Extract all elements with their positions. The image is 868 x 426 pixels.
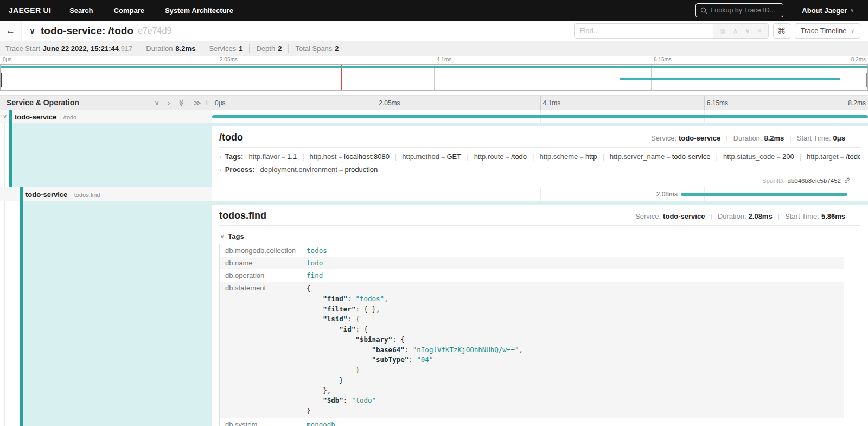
tick-label: 6.15ms (704, 99, 728, 107)
span-row-todos-find: todo-service todos.find 2.08ms (0, 187, 868, 201)
span-bar-todo[interactable] (212, 115, 868, 118)
nav-link-search[interactable]: Search (69, 7, 93, 15)
trace-duration: Duration 8.2ms (139, 44, 195, 53)
trace-lookup-input[interactable] (711, 7, 778, 14)
copy-link-icon[interactable] (844, 177, 851, 184)
header-controls: ◎ ∧ ∨ × ⌘ Trace Timeline ∨ (574, 23, 860, 39)
span-duration-label: 2.08ms (656, 190, 678, 198)
total-spans-value: 2 (335, 44, 339, 53)
span-service-name: todo-service (15, 113, 56, 121)
span-label-todo[interactable]: ∨ todo-service /todo (0, 110, 212, 123)
trace-start: Trace Start June 22 2022, 15:21:44.917 (5, 44, 132, 53)
tag-key: db.name (220, 257, 302, 269)
spanid-label: SpanID: (762, 177, 785, 184)
jaeger-logo[interactable]: JAEGER UI (9, 6, 51, 15)
duration-label: Duration (146, 44, 173, 53)
find-input[interactable] (575, 24, 713, 38)
next-match-icon[interactable]: ∨ (745, 27, 750, 35)
span-detail-meta: Service: todo-service | Duration: 2.08ms… (635, 212, 845, 220)
minimap-gridline (434, 65, 435, 90)
nav-links: SearchCompareSystem Architecture (69, 7, 233, 15)
duration-label: Duration: (733, 134, 762, 142)
process-overview-row[interactable]: › Process: deployment.environment=produc… (219, 166, 860, 174)
minimap-span-bar (620, 78, 840, 80)
trace-lookup-box[interactable] (695, 3, 783, 17)
depth-value: 2 (278, 44, 282, 53)
tick-label: 4.1ms (540, 99, 561, 107)
nav-link-system-architecture[interactable]: System Architecture (165, 7, 233, 15)
spanid-footer: SpanID: db046b8efc5b7452 (762, 177, 851, 184)
minimap-right-drag-handle[interactable] (866, 73, 867, 87)
tags-overview-list: http.flavor=1.1|http.host=localhost:8080… (248, 152, 860, 161)
tick-label: 4.1ms (434, 56, 451, 62)
tag-row[interactable]: db.operationfind (220, 269, 844, 282)
service-color-stripe (9, 110, 12, 123)
tag-row[interactable]: db.mongodb.collectiontodos (220, 244, 844, 257)
start-time-label: Start Time: (797, 134, 831, 142)
expand-one-icon[interactable]: › (168, 99, 170, 106)
tag-row[interactable]: db.nametodo (220, 257, 844, 269)
chevron-down-icon: ∨ (851, 28, 854, 34)
tags-label: Tags: (225, 152, 244, 161)
collapse-one-icon[interactable]: ∨ (154, 99, 159, 106)
keyboard-shortcuts-button[interactable]: ⌘ (773, 23, 790, 39)
duration-label: Duration: (718, 212, 746, 220)
tag-item: http.scheme=http (539, 152, 597, 161)
process-label: Process: (225, 166, 255, 174)
services-value: 1 (239, 44, 242, 53)
back-button[interactable]: ← (0, 21, 22, 41)
tag-row[interactable]: db.statement{ "find": "todos", "filter":… (220, 282, 844, 418)
collapse-all-icon[interactable]: ≫ (178, 99, 186, 106)
duration-value: 8.2ms (176, 44, 196, 53)
span-operation-name: todos.find (74, 192, 100, 198)
trace-start-value: June 22 2022, 15:21:44 (43, 44, 119, 53)
trace-view-dropdown[interactable]: Trace Timeline ∨ (795, 23, 860, 39)
service-operation-header: Service & Operation ∨ › ≫ ≫ ∥ (0, 96, 212, 110)
match-focus-icon[interactable]: ◎ (720, 27, 725, 35)
span-timeline-todos-find[interactable]: 2.08ms (212, 187, 868, 201)
span-label-todos-find[interactable]: todo-service todos.find (0, 187, 212, 201)
span-detail-meta: Service: todo-service | Duration: 8.2ms … (651, 134, 845, 142)
span-detail-title: todos.find (219, 210, 266, 221)
spanid-value: db046b8efc5b7452 (788, 177, 841, 184)
collapse-trace-chevron-icon[interactable]: ∨ (29, 26, 35, 36)
tags-table-body: db.mongodb.collectiontodosdb.nametododb.… (220, 244, 844, 426)
command-icon: ⌘ (777, 26, 786, 36)
prev-match-icon[interactable]: ∧ (733, 27, 738, 35)
tag-item: http.flavor=1.1 (248, 152, 297, 161)
minimap-span-bar (1, 66, 867, 68)
tags-section-toggle[interactable]: ∨ Tags (220, 232, 860, 240)
span-timeline-todo[interactable] (212, 110, 868, 123)
trace-id: e7e74d9 (138, 26, 171, 36)
top-nav: JAEGER UI SearchCompareSystem Architectu… (0, 0, 868, 21)
service-label: Service: (651, 134, 676, 142)
span-detail-todos-find: todos.find Service: todo-service | Durat… (0, 201, 868, 426)
chevron-down-icon[interactable]: ∨ (3, 113, 7, 120)
minimap-left-drag-handle[interactable] (1, 73, 2, 87)
trace-services: Services 1 (202, 44, 242, 53)
span-service-name: todo-service (25, 190, 67, 199)
clear-find-icon[interactable]: × (758, 27, 762, 35)
tag-value: find (301, 269, 844, 282)
services-label: Services (209, 44, 236, 53)
about-jaeger-menu[interactable]: About Jaeger ∨ (802, 7, 854, 15)
tag-key: db.mongodb.collection (220, 244, 302, 257)
tags-overview-row[interactable]: › Tags: http.flavor=1.1|http.host=localh… (219, 152, 860, 161)
nav-link-compare[interactable]: Compare (114, 7, 144, 15)
tag-item: deployment.environment=production (260, 166, 378, 174)
tag-value: mongodb (301, 418, 844, 426)
trace-total-spans: Total Spans 2 (288, 44, 339, 53)
minimap-gridline (218, 65, 218, 90)
trace-minimap[interactable] (0, 64, 868, 91)
tag-row[interactable]: db.systemmongodb (220, 418, 844, 426)
timeline-grid-header: Service & Operation ∨ › ≫ ≫ ∥ 0μs2.05ms4… (0, 95, 868, 110)
trace-view-label: Trace Timeline (801, 27, 847, 35)
service-color-stripe (20, 201, 23, 426)
timeline-ruler[interactable]: 0μs2.05ms4.1ms6.15ms8.2ms (212, 96, 868, 110)
column-resize-grip[interactable]: ∥ (206, 100, 208, 105)
chevron-down-icon: ∨ (850, 8, 854, 13)
expand-all-icon[interactable]: ≫ (194, 99, 201, 106)
span-bar-todos-find[interactable] (681, 193, 847, 196)
minimap-tick-labels: 0μs2.05ms4.1ms6.15ms8.2ms (0, 56, 868, 64)
depth-label: Depth (256, 44, 275, 53)
